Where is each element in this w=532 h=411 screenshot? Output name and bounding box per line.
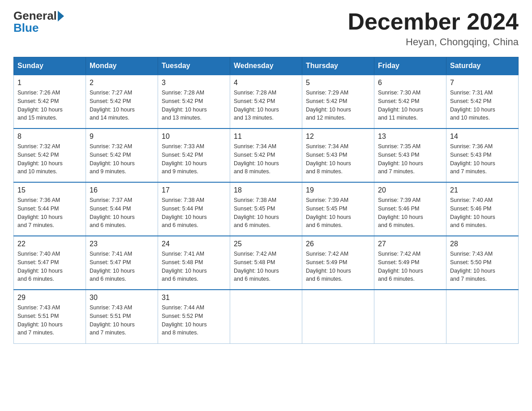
day-number: 6: [378, 79, 442, 87]
day-number: 23: [90, 240, 154, 248]
calendar-day-cell: 4Sunrise: 7:28 AMSunset: 5:42 PMDaylight…: [230, 75, 302, 128]
day-info: Sunrise: 7:34 AMSunset: 5:42 PMDaylight:…: [234, 142, 298, 176]
day-number: 8: [17, 133, 82, 141]
calendar-day-cell: 2Sunrise: 7:27 AMSunset: 5:42 PMDaylight…: [86, 75, 158, 128]
calendar-day-cell: 15Sunrise: 7:36 AMSunset: 5:44 PMDayligh…: [14, 182, 86, 236]
day-number: 7: [450, 79, 515, 87]
col-header-wednesday: Wednesday: [230, 57, 302, 75]
day-number: 17: [162, 186, 226, 194]
month-title: December 2024: [348, 9, 519, 34]
day-info: Sunrise: 7:28 AMSunset: 5:42 PMDaylight:…: [162, 89, 226, 122]
day-number: 3: [162, 79, 226, 87]
day-info: Sunrise: 7:30 AMSunset: 5:42 PMDaylight:…: [378, 89, 442, 122]
calendar-day-cell: 20Sunrise: 7:39 AMSunset: 5:46 PMDayligh…: [374, 182, 446, 236]
day-info: Sunrise: 7:37 AMSunset: 5:44 PMDaylight:…: [90, 196, 154, 230]
day-number: 16: [90, 186, 154, 194]
calendar-day-cell: 24Sunrise: 7:41 AMSunset: 5:48 PMDayligh…: [158, 236, 230, 290]
calendar-day-cell: 19Sunrise: 7:39 AMSunset: 5:45 PMDayligh…: [302, 182, 374, 236]
day-number: 26: [306, 240, 370, 248]
calendar-day-cell: 11Sunrise: 7:34 AMSunset: 5:42 PMDayligh…: [230, 128, 302, 182]
page-header: General Blue December 2024 Heyan, Chongq…: [13, 9, 519, 48]
day-number: 11: [234, 133, 298, 141]
calendar-day-cell: 25Sunrise: 7:42 AMSunset: 5:48 PMDayligh…: [230, 236, 302, 290]
day-info: Sunrise: 7:42 AMSunset: 5:49 PMDaylight:…: [378, 250, 442, 283]
day-info: Sunrise: 7:41 AMSunset: 5:47 PMDaylight:…: [90, 250, 154, 283]
logo-blue-text: Blue: [13, 21, 39, 35]
day-info: Sunrise: 7:27 AMSunset: 5:42 PMDaylight:…: [90, 89, 154, 122]
calendar-week-2: 8Sunrise: 7:32 AMSunset: 5:42 PMDaylight…: [14, 128, 519, 182]
day-number: 19: [306, 186, 370, 194]
day-info: Sunrise: 7:32 AMSunset: 5:42 PMDaylight:…: [90, 142, 154, 176]
day-info: Sunrise: 7:43 AMSunset: 5:51 PMDaylight:…: [17, 304, 82, 337]
day-number: 1: [17, 79, 82, 87]
day-number: 4: [234, 79, 298, 87]
day-info: Sunrise: 7:40 AMSunset: 5:46 PMDaylight:…: [450, 196, 515, 230]
day-info: Sunrise: 7:39 AMSunset: 5:46 PMDaylight:…: [378, 196, 442, 230]
calendar-day-cell: 18Sunrise: 7:38 AMSunset: 5:45 PMDayligh…: [230, 182, 302, 236]
calendar-day-cell: 3Sunrise: 7:28 AMSunset: 5:42 PMDaylight…: [158, 75, 230, 128]
day-info: Sunrise: 7:32 AMSunset: 5:42 PMDaylight:…: [17, 142, 82, 176]
day-info: Sunrise: 7:33 AMSunset: 5:42 PMDaylight:…: [162, 142, 226, 176]
day-number: 31: [162, 294, 226, 302]
day-info: Sunrise: 7:40 AMSunset: 5:47 PMDaylight:…: [17, 250, 82, 283]
day-number: 29: [17, 294, 82, 302]
day-info: Sunrise: 7:29 AMSunset: 5:42 PMDaylight:…: [306, 89, 370, 122]
calendar-week-1: 1Sunrise: 7:26 AMSunset: 5:42 PMDaylight…: [14, 75, 519, 128]
calendar-day-cell: 6Sunrise: 7:30 AMSunset: 5:42 PMDaylight…: [374, 75, 446, 128]
logo-arrow-icon: [58, 11, 64, 21]
day-number: 25: [234, 240, 298, 248]
day-number: 14: [450, 133, 515, 141]
day-number: 12: [306, 133, 370, 141]
day-number: 10: [162, 133, 226, 141]
col-header-thursday: Thursday: [302, 57, 374, 75]
day-number: 30: [90, 294, 154, 302]
calendar-day-cell: 12Sunrise: 7:34 AMSunset: 5:43 PMDayligh…: [302, 128, 374, 182]
col-header-sunday: Sunday: [14, 57, 86, 75]
calendar-day-cell: 22Sunrise: 7:40 AMSunset: 5:47 PMDayligh…: [14, 236, 86, 290]
day-info: Sunrise: 7:39 AMSunset: 5:45 PMDaylight:…: [306, 196, 370, 230]
day-number: 28: [450, 240, 515, 248]
calendar-day-cell: 5Sunrise: 7:29 AMSunset: 5:42 PMDaylight…: [302, 75, 374, 128]
day-info: Sunrise: 7:42 AMSunset: 5:49 PMDaylight:…: [306, 250, 370, 283]
col-header-tuesday: Tuesday: [158, 57, 230, 75]
day-number: 24: [162, 240, 226, 248]
day-info: Sunrise: 7:26 AMSunset: 5:42 PMDaylight:…: [17, 89, 82, 122]
day-info: Sunrise: 7:31 AMSunset: 5:42 PMDaylight:…: [450, 89, 515, 122]
calendar-day-cell: 30Sunrise: 7:43 AMSunset: 5:51 PMDayligh…: [86, 290, 158, 343]
calendar-day-cell: 17Sunrise: 7:38 AMSunset: 5:44 PMDayligh…: [158, 182, 230, 236]
day-info: Sunrise: 7:28 AMSunset: 5:42 PMDaylight:…: [234, 89, 298, 122]
calendar-day-cell: [302, 290, 374, 343]
day-number: 5: [306, 79, 370, 87]
day-info: Sunrise: 7:41 AMSunset: 5:48 PMDaylight:…: [162, 250, 226, 283]
location-title: Heyan, Chongqing, China: [348, 36, 519, 48]
title-area: December 2024 Heyan, Chongqing, China: [348, 9, 519, 48]
calendar-day-cell: 23Sunrise: 7:41 AMSunset: 5:47 PMDayligh…: [86, 236, 158, 290]
day-info: Sunrise: 7:36 AMSunset: 5:44 PMDaylight:…: [17, 196, 82, 230]
day-info: Sunrise: 7:35 AMSunset: 5:43 PMDaylight:…: [378, 142, 442, 176]
day-number: 9: [90, 133, 154, 141]
logo: General Blue: [13, 9, 65, 35]
calendar-day-cell: 29Sunrise: 7:43 AMSunset: 5:51 PMDayligh…: [14, 290, 86, 343]
calendar-day-cell: 26Sunrise: 7:42 AMSunset: 5:49 PMDayligh…: [302, 236, 374, 290]
calendar-day-cell: 10Sunrise: 7:33 AMSunset: 5:42 PMDayligh…: [158, 128, 230, 182]
calendar-day-cell: 8Sunrise: 7:32 AMSunset: 5:42 PMDaylight…: [14, 128, 86, 182]
calendar-day-cell: [230, 290, 302, 343]
calendar-day-cell: 1Sunrise: 7:26 AMSunset: 5:42 PMDaylight…: [14, 75, 86, 128]
calendar-table: SundayMondayTuesdayWednesdayThursdayFrid…: [13, 57, 519, 344]
day-number: 13: [378, 133, 442, 141]
day-info: Sunrise: 7:43 AMSunset: 5:51 PMDaylight:…: [90, 304, 154, 337]
day-info: Sunrise: 7:36 AMSunset: 5:43 PMDaylight:…: [450, 142, 515, 176]
calendar-week-4: 22Sunrise: 7:40 AMSunset: 5:47 PMDayligh…: [14, 236, 519, 290]
calendar-day-cell: 14Sunrise: 7:36 AMSunset: 5:43 PMDayligh…: [446, 128, 519, 182]
col-header-friday: Friday: [374, 57, 446, 75]
day-number: 20: [378, 186, 442, 194]
calendar-header-row: SundayMondayTuesdayWednesdayThursdayFrid…: [14, 57, 519, 75]
day-info: Sunrise: 7:43 AMSunset: 5:50 PMDaylight:…: [450, 250, 515, 283]
day-info: Sunrise: 7:38 AMSunset: 5:45 PMDaylight:…: [234, 196, 298, 230]
day-number: 21: [450, 186, 515, 194]
calendar-day-cell: 16Sunrise: 7:37 AMSunset: 5:44 PMDayligh…: [86, 182, 158, 236]
calendar-day-cell: 13Sunrise: 7:35 AMSunset: 5:43 PMDayligh…: [374, 128, 446, 182]
day-number: 22: [17, 240, 82, 248]
day-number: 18: [234, 186, 298, 194]
calendar-week-5: 29Sunrise: 7:43 AMSunset: 5:51 PMDayligh…: [14, 290, 519, 343]
